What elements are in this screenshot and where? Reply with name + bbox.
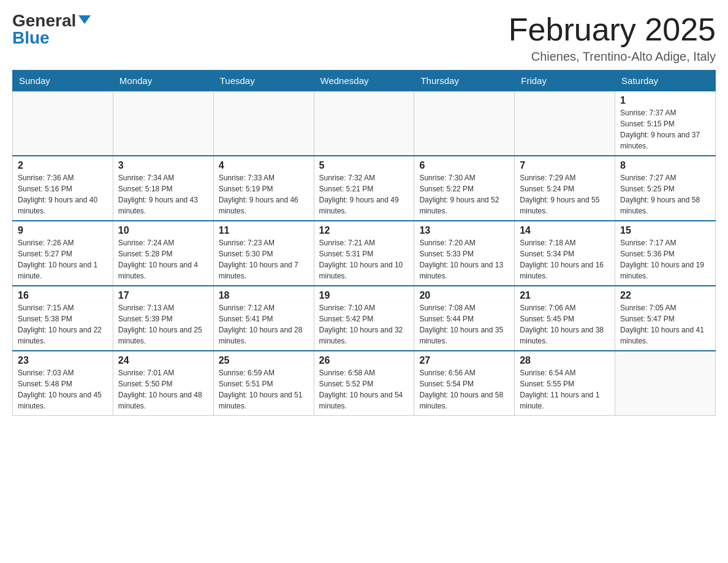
calendar-day-cell: 16Sunrise: 7:15 AMSunset: 5:38 PMDayligh… <box>13 286 113 351</box>
day-number: 6 <box>419 160 509 171</box>
day-info: Sunrise: 7:20 AMSunset: 5:33 PMDaylight:… <box>419 237 509 282</box>
day-number: 4 <box>219 160 309 171</box>
weekday-header-friday: Friday <box>515 71 615 91</box>
calendar-day-cell: 19Sunrise: 7:10 AMSunset: 5:42 PMDayligh… <box>314 286 414 351</box>
day-number: 10 <box>118 225 208 236</box>
day-number: 18 <box>219 290 309 301</box>
day-number: 19 <box>319 290 409 301</box>
calendar-day-cell: 7Sunrise: 7:29 AMSunset: 5:24 PMDaylight… <box>515 156 615 221</box>
day-number: 3 <box>118 160 208 171</box>
day-info: Sunrise: 7:01 AMSunset: 5:50 PMDaylight:… <box>118 367 208 412</box>
logo-triangle-icon <box>78 15 91 24</box>
day-number: 28 <box>520 355 610 366</box>
day-info: Sunrise: 7:06 AMSunset: 5:45 PMDaylight:… <box>520 302 610 347</box>
day-info: Sunrise: 7:37 AMSunset: 5:15 PMDaylight:… <box>620 107 710 151</box>
logo-general-text: General <box>12 12 76 29</box>
day-number: 9 <box>18 225 108 236</box>
day-number: 23 <box>18 355 108 366</box>
calendar-week-row: 23Sunrise: 7:03 AMSunset: 5:48 PMDayligh… <box>13 351 716 416</box>
calendar-day-cell <box>615 351 716 416</box>
calendar-day-cell: 3Sunrise: 7:34 AMSunset: 5:18 PMDaylight… <box>113 156 213 221</box>
day-info: Sunrise: 7:24 AMSunset: 5:28 PMDaylight:… <box>118 237 208 282</box>
day-info: Sunrise: 7:12 AMSunset: 5:41 PMDaylight:… <box>219 302 309 347</box>
day-info: Sunrise: 7:18 AMSunset: 5:34 PMDaylight:… <box>520 237 610 282</box>
calendar-day-cell: 22Sunrise: 7:05 AMSunset: 5:47 PMDayligh… <box>615 286 716 351</box>
day-info: Sunrise: 7:10 AMSunset: 5:42 PMDaylight:… <box>319 302 409 347</box>
calendar-day-cell <box>314 91 414 156</box>
calendar-day-cell: 17Sunrise: 7:13 AMSunset: 5:39 PMDayligh… <box>113 286 213 351</box>
logo-blue-text: Blue <box>12 29 50 47</box>
calendar-week-row: 1Sunrise: 7:37 AMSunset: 5:15 PMDaylight… <box>13 91 716 156</box>
calendar-day-cell: 11Sunrise: 7:23 AMSunset: 5:30 PMDayligh… <box>213 221 314 286</box>
calendar-day-cell: 15Sunrise: 7:17 AMSunset: 5:36 PMDayligh… <box>615 221 716 286</box>
day-info: Sunrise: 7:21 AMSunset: 5:31 PMDaylight:… <box>319 237 409 282</box>
day-info: Sunrise: 7:34 AMSunset: 5:18 PMDaylight:… <box>118 172 208 216</box>
day-info: Sunrise: 7:30 AMSunset: 5:22 PMDaylight:… <box>419 172 509 216</box>
calendar-day-cell: 2Sunrise: 7:36 AMSunset: 5:16 PMDaylight… <box>13 156 113 221</box>
day-number: 17 <box>118 290 208 301</box>
weekday-header-saturday: Saturday <box>615 71 716 91</box>
day-info: Sunrise: 7:32 AMSunset: 5:21 PMDaylight:… <box>319 172 409 216</box>
calendar-week-row: 16Sunrise: 7:15 AMSunset: 5:38 PMDayligh… <box>13 286 716 351</box>
weekday-header-sunday: Sunday <box>13 71 113 91</box>
weekday-header-tuesday: Tuesday <box>213 71 314 91</box>
day-number: 5 <box>319 160 409 171</box>
day-info: Sunrise: 6:58 AMSunset: 5:52 PMDaylight:… <box>319 367 409 412</box>
day-number: 25 <box>219 355 309 366</box>
day-number: 27 <box>419 355 509 366</box>
day-number: 14 <box>520 225 610 236</box>
page-header: General Blue February 2025 Chienes, Tren… <box>12 12 716 64</box>
day-info: Sunrise: 6:56 AMSunset: 5:54 PMDaylight:… <box>419 367 509 412</box>
calendar-day-cell: 26Sunrise: 6:58 AMSunset: 5:52 PMDayligh… <box>314 351 414 416</box>
day-info: Sunrise: 7:29 AMSunset: 5:24 PMDaylight:… <box>520 172 610 216</box>
day-info: Sunrise: 7:27 AMSunset: 5:25 PMDaylight:… <box>620 172 710 216</box>
calendar-week-row: 9Sunrise: 7:26 AMSunset: 5:27 PMDaylight… <box>13 221 716 286</box>
title-block: February 2025 Chienes, Trentino-Alto Adi… <box>509 12 716 64</box>
day-info: Sunrise: 7:05 AMSunset: 5:47 PMDaylight:… <box>620 302 710 347</box>
logo: General Blue <box>12 12 91 47</box>
day-info: Sunrise: 7:03 AMSunset: 5:48 PMDaylight:… <box>18 367 108 412</box>
day-info: Sunrise: 7:08 AMSunset: 5:44 PMDaylight:… <box>419 302 509 347</box>
day-number: 16 <box>18 290 108 301</box>
day-number: 15 <box>620 225 710 236</box>
day-info: Sunrise: 7:36 AMSunset: 5:16 PMDaylight:… <box>18 172 108 216</box>
day-info: Sunrise: 7:15 AMSunset: 5:38 PMDaylight:… <box>18 302 108 347</box>
day-info: Sunrise: 7:23 AMSunset: 5:30 PMDaylight:… <box>219 237 309 282</box>
calendar-day-cell: 4Sunrise: 7:33 AMSunset: 5:19 PMDaylight… <box>213 156 314 221</box>
calendar-day-cell: 1Sunrise: 7:37 AMSunset: 5:15 PMDaylight… <box>615 91 716 156</box>
day-info: Sunrise: 7:13 AMSunset: 5:39 PMDaylight:… <box>118 302 208 347</box>
day-number: 12 <box>319 225 409 236</box>
calendar-header-row: SundayMondayTuesdayWednesdayThursdayFrid… <box>13 71 716 91</box>
calendar-day-cell: 20Sunrise: 7:08 AMSunset: 5:44 PMDayligh… <box>414 286 515 351</box>
calendar-day-cell: 12Sunrise: 7:21 AMSunset: 5:31 PMDayligh… <box>314 221 414 286</box>
weekday-header-monday: Monday <box>113 71 213 91</box>
calendar-day-cell <box>515 91 615 156</box>
day-info: Sunrise: 7:33 AMSunset: 5:19 PMDaylight:… <box>219 172 309 216</box>
calendar-day-cell <box>414 91 515 156</box>
day-info: Sunrise: 7:26 AMSunset: 5:27 PMDaylight:… <box>18 237 108 282</box>
calendar-day-cell: 8Sunrise: 7:27 AMSunset: 5:25 PMDaylight… <box>615 156 716 221</box>
day-info: Sunrise: 7:17 AMSunset: 5:36 PMDaylight:… <box>620 237 710 282</box>
calendar-day-cell: 28Sunrise: 6:54 AMSunset: 5:55 PMDayligh… <box>515 351 615 416</box>
day-number: 8 <box>620 160 710 171</box>
calendar-day-cell: 21Sunrise: 7:06 AMSunset: 5:45 PMDayligh… <box>515 286 615 351</box>
day-number: 24 <box>118 355 208 366</box>
calendar-day-cell: 27Sunrise: 6:56 AMSunset: 5:54 PMDayligh… <box>414 351 515 416</box>
day-number: 26 <box>319 355 409 366</box>
calendar-day-cell: 5Sunrise: 7:32 AMSunset: 5:21 PMDaylight… <box>314 156 414 221</box>
calendar-day-cell: 23Sunrise: 7:03 AMSunset: 5:48 PMDayligh… <box>13 351 113 416</box>
calendar-day-cell: 13Sunrise: 7:20 AMSunset: 5:33 PMDayligh… <box>414 221 515 286</box>
day-number: 2 <box>18 160 108 171</box>
location-title: Chienes, Trentino-Alto Adige, Italy <box>509 50 716 64</box>
calendar-week-row: 2Sunrise: 7:36 AMSunset: 5:16 PMDaylight… <box>13 156 716 221</box>
calendar-day-cell <box>13 91 113 156</box>
day-number: 20 <box>419 290 509 301</box>
day-number: 1 <box>620 95 710 106</box>
calendar-day-cell: 18Sunrise: 7:12 AMSunset: 5:41 PMDayligh… <box>213 286 314 351</box>
day-number: 13 <box>419 225 509 236</box>
calendar-day-cell: 14Sunrise: 7:18 AMSunset: 5:34 PMDayligh… <box>515 221 615 286</box>
calendar-day-cell: 10Sunrise: 7:24 AMSunset: 5:28 PMDayligh… <box>113 221 213 286</box>
weekday-header-wednesday: Wednesday <box>314 71 414 91</box>
calendar-day-cell <box>113 91 213 156</box>
day-number: 21 <box>520 290 610 301</box>
